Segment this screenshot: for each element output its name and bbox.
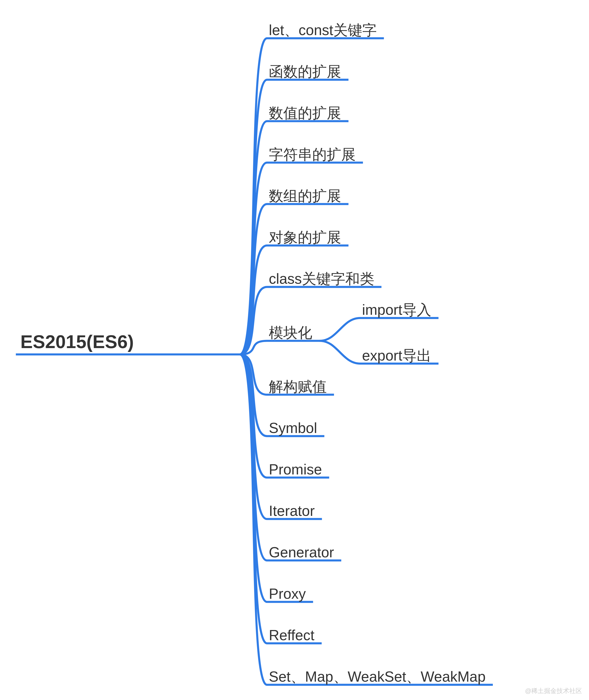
mindmap-diagram: ES2015(ES6)let、const关键字函数的扩展数值的扩展字符串的扩展数… — [0, 0, 589, 700]
level1-node[interactable]: 数组的扩展 — [269, 188, 341, 204]
level1-node[interactable]: Proxy — [269, 586, 306, 602]
level1-node[interactable]: Reffect — [269, 627, 315, 644]
level1-node[interactable]: let、const关键字 — [269, 22, 377, 38]
watermark: @稀土掘金技术社区 — [525, 687, 582, 694]
branch — [320, 318, 438, 341]
level1-node[interactable]: Iterator — [269, 503, 315, 519]
branch — [240, 341, 320, 355]
level1-node[interactable]: 字符串的扩展 — [269, 146, 356, 163]
level1-node[interactable]: 解构赋值 — [269, 379, 327, 395]
branch — [240, 287, 382, 355]
level2-node[interactable]: import导入 — [362, 302, 431, 318]
level1-node[interactable]: class关键字和类 — [269, 271, 374, 287]
level1-node[interactable]: 函数的扩展 — [269, 63, 341, 80]
level2-node[interactable]: export导出 — [362, 347, 431, 364]
level1-node[interactable]: Generator — [269, 544, 334, 560]
level1-node[interactable]: Set、Map、WeakSet、WeakMap — [269, 669, 485, 685]
level1-node[interactable]: 对象的扩展 — [269, 229, 341, 246]
level1-node[interactable]: Promise — [269, 461, 322, 477]
level1-node[interactable]: 数值的扩展 — [269, 105, 341, 121]
level1-node[interactable]: 模块化 — [269, 324, 312, 341]
root-node[interactable]: ES2015(ES6) — [20, 331, 134, 352]
level1-node[interactable]: Symbol — [269, 420, 317, 436]
